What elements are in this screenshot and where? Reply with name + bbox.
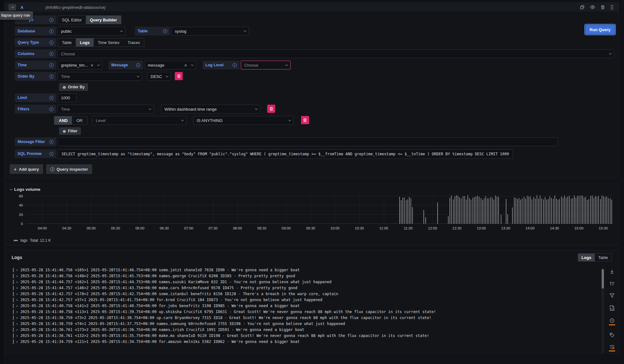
- volume-bar[interactable]: [461, 198, 461, 224]
- volume-bar[interactable]: [472, 198, 473, 224]
- info-icon[interactable]: i: [49, 29, 53, 33]
- volume-bar[interactable]: [501, 215, 501, 224]
- database-select[interactable]: public: [58, 27, 125, 36]
- volume-bar[interactable]: [602, 196, 602, 224]
- volume-bar[interactable]: [485, 196, 486, 224]
- volume-bar[interactable]: [463, 196, 463, 224]
- message-column-select[interactable]: message ×: [144, 61, 196, 69]
- volume-bar[interactable]: [594, 198, 594, 224]
- volume-bar[interactable]: [399, 197, 400, 224]
- filter-icon[interactable]: [610, 293, 615, 298]
- volume-bar[interactable]: [561, 196, 562, 224]
- volume-bar[interactable]: [401, 200, 401, 224]
- volume-bar[interactable]: [564, 196, 565, 224]
- volume-bar[interactable]: [467, 195, 468, 224]
- volume-bar[interactable]: [577, 196, 578, 224]
- log-expand-chevron-icon[interactable]: >: [16, 304, 18, 308]
- info-icon[interactable]: i: [49, 107, 53, 111]
- remove-order-by-button[interactable]: [175, 72, 183, 80]
- volume-bar[interactable]: [538, 199, 539, 224]
- volume-bar[interactable]: [603, 196, 604, 224]
- table-select[interactable]: syslog: [171, 27, 249, 36]
- and-option[interactable]: AND: [54, 116, 72, 124]
- volume-bar[interactable]: [479, 197, 479, 224]
- log-row[interactable]: >2025-05-28 15:41:40.758 <113>1 2025-05-…: [13, 310, 600, 314]
- volume-bar[interactable]: [406, 200, 406, 224]
- volume-bar[interactable]: [451, 196, 452, 224]
- volume-bar[interactable]: [494, 200, 494, 224]
- info-icon[interactable]: i: [233, 63, 237, 67]
- hide-query-eye-icon[interactable]: [590, 5, 595, 9]
- volume-bar[interactable]: [490, 197, 491, 224]
- limit-input[interactable]: 1000: [58, 93, 77, 102]
- toggle-logs[interactable]: Logs: [578, 254, 595, 261]
- duplicate-query-icon[interactable]: [580, 5, 584, 9]
- add-filter-button[interactable]: ⊕ Filter: [59, 127, 81, 135]
- volume-bar[interactable]: [448, 216, 449, 224]
- volume-bar[interactable]: [527, 196, 527, 224]
- volume-bar[interactable]: [545, 197, 545, 224]
- query-inspector-button[interactable]: i Query inspector: [46, 164, 92, 174]
- log-expand-chevron-icon[interactable]: >: [16, 280, 18, 284]
- volume-bar[interactable]: [450, 198, 450, 224]
- volume-bar[interactable]: [474, 197, 475, 224]
- log-expand-chevron-icon[interactable]: >: [16, 286, 18, 290]
- volume-bar[interactable]: [437, 202, 438, 224]
- volume-bar[interactable]: [498, 197, 499, 224]
- volume-bar[interactable]: [411, 208, 411, 224]
- tab-table[interactable]: Table: [58, 38, 76, 47]
- volume-bar[interactable]: [605, 197, 605, 224]
- info-icon[interactable]: i: [49, 152, 53, 156]
- volume-bar[interactable]: [574, 196, 575, 224]
- log-expand-chevron-icon[interactable]: >: [16, 334, 18, 338]
- volume-bar[interactable]: [610, 198, 610, 224]
- volume-bar[interactable]: [464, 196, 465, 224]
- tab-logs[interactable]: Logs: [76, 38, 94, 47]
- log-row[interactable]: >2025-05-28 15:41:38.759 <74>1 2025-05-2…: [13, 322, 600, 326]
- volume-bar[interactable]: [581, 196, 581, 224]
- or-option[interactable]: OR: [72, 116, 87, 124]
- delete-query-trash-icon[interactable]: [601, 5, 605, 9]
- volume-bar[interactable]: [558, 200, 558, 224]
- volume-bar[interactable]: [576, 198, 576, 224]
- order-by-field-select[interactable]: Time: [58, 72, 142, 81]
- volume-bar[interactable]: [466, 200, 467, 224]
- volume-bar[interactable]: [587, 200, 588, 224]
- filter-field-select[interactable]: Time: [58, 105, 154, 113]
- logs-scrollbar[interactable]: [601, 268, 604, 353]
- log-row[interactable]: >2025-05-28 15:41:46.756 <105>1 2025-05-…: [13, 268, 600, 272]
- volume-bar[interactable]: [477, 196, 478, 224]
- labels-tag-icon[interactable]: [610, 333, 615, 338]
- scroll-to-bottom-icon[interactable]: [610, 269, 615, 274]
- log-level-select[interactable]: Choose: [241, 61, 290, 69]
- volume-bar[interactable]: [606, 196, 607, 224]
- volume-bar[interactable]: [404, 197, 405, 224]
- volume-bar[interactable]: [495, 196, 496, 224]
- tab-sql-editor[interactable]: SQL Editor: [58, 16, 86, 24]
- volume-bar[interactable]: [455, 196, 455, 224]
- volume-bar[interactable]: [476, 196, 476, 224]
- order-by-direction-select[interactable]: DESC: [147, 72, 171, 81]
- run-query-button[interactable]: Run Query: [585, 25, 615, 34]
- clear-icon[interactable]: ×: [91, 63, 93, 68]
- log-row[interactable]: >2025-05-28 15:41:36.761 <132>2 2025-05-…: [13, 334, 600, 338]
- sort-order-icon[interactable]: [610, 281, 615, 286]
- volume-bar[interactable]: [519, 198, 519, 224]
- tab-time-series[interactable]: Time Series: [94, 38, 124, 47]
- volume-bar[interactable]: [458, 196, 458, 224]
- info-icon[interactable]: i: [49, 74, 53, 79]
- volume-bar[interactable]: [590, 196, 591, 224]
- volume-bar[interactable]: [566, 198, 566, 224]
- time-column-select[interactable]: greptime_tim... ×: [58, 61, 102, 69]
- volume-bar[interactable]: [556, 199, 557, 224]
- volume-bar[interactable]: [409, 197, 410, 224]
- volume-bar[interactable]: [425, 217, 426, 224]
- log-expand-chevron-icon[interactable]: >: [16, 310, 18, 314]
- wrap-lines-icon[interactable]: [609, 345, 615, 351]
- volume-bar[interactable]: [588, 199, 589, 224]
- add-query-button[interactable]: + Add query: [10, 164, 43, 174]
- info-icon[interactable]: i: [49, 96, 53, 100]
- log-row[interactable]: >2025-05-28 15:41:42.757 <178>2 2025-05-…: [13, 292, 600, 296]
- volume-bar[interactable]: [407, 199, 408, 224]
- log-expand-chevron-icon[interactable]: >: [16, 340, 18, 344]
